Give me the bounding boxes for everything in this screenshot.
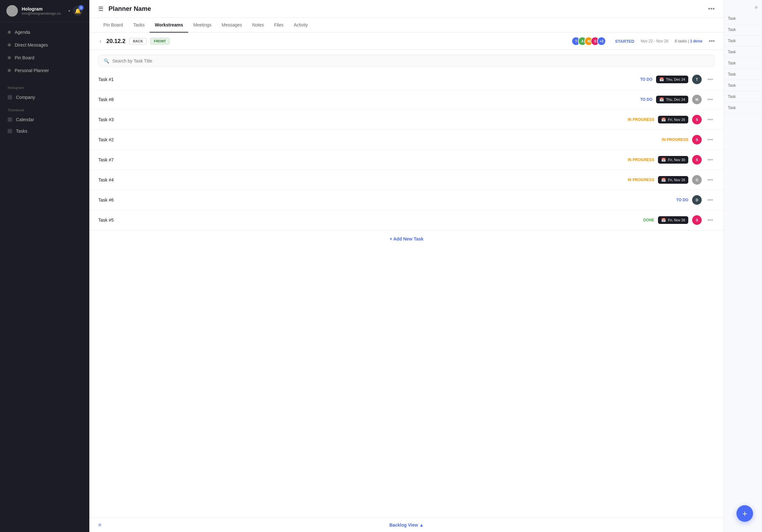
- calendar-icon: 📅: [659, 77, 664, 82]
- calendar-icon: 📅: [659, 97, 664, 102]
- tab-workstreams[interactable]: Workstreams: [150, 18, 188, 33]
- table-row: Task #5 DONE 📅 Fri, Nov 26 S •••: [89, 210, 724, 230]
- task-status: IN PROGRESS: [628, 157, 654, 163]
- section-icon: [8, 129, 12, 133]
- tab-activity[interactable]: Activity: [289, 18, 313, 33]
- task-name: Task #2: [98, 137, 658, 142]
- sidebar-item-agenda[interactable]: Agenda: [0, 26, 89, 38]
- task-more-icon[interactable]: •••: [706, 216, 715, 224]
- task-date: 📅 Thu, Dec 24: [656, 96, 688, 103]
- list-item: Task: [724, 80, 762, 91]
- nav-icon: [8, 69, 11, 72]
- notification-bell[interactable]: 🔔 2: [73, 6, 83, 16]
- user-email: tom@hologramdesign.co: [22, 12, 64, 15]
- nav-icon: [8, 31, 11, 34]
- tab-tasks[interactable]: Tasks: [128, 18, 150, 33]
- task-status: TO DO: [627, 97, 652, 102]
- sprint-tag-front: FRONT: [150, 38, 170, 44]
- sprint-tag-back: BACK: [129, 38, 146, 44]
- table-row: Task #1 TO DO 📅 Thu, Dec 24 T •••: [89, 70, 724, 90]
- task-status: TO DO: [663, 197, 688, 203]
- plus-icon: +: [742, 509, 747, 519]
- task-name: Task #3: [98, 117, 624, 122]
- sidebar-item-direct-messages[interactable]: Direct Messages: [0, 38, 89, 51]
- list-item: Task: [724, 91, 762, 102]
- date-text: Thu, Dec 24: [666, 78, 685, 81]
- task-date: 📅 Fri, Nov 26: [658, 216, 688, 224]
- task-more-icon[interactable]: •••: [706, 115, 715, 124]
- filter-icon[interactable]: ≡: [98, 522, 101, 528]
- sidebar-item-calendar[interactable]: Calendar: [0, 114, 89, 125]
- list-item: Task: [724, 24, 762, 35]
- sidebar-item-tasks[interactable]: Tasks: [0, 125, 89, 137]
- tab-messages[interactable]: Messages: [217, 18, 247, 33]
- sidebar: Hologram tom@hologramdesign.co ▾ 🔔 2 Age…: [0, 0, 89, 532]
- sidebar-item-label: Pin Board: [15, 55, 34, 60]
- tab-pin-board[interactable]: Pin Board: [98, 18, 128, 33]
- tab-meetings[interactable]: Meetings: [188, 18, 217, 33]
- sprint-bar: ‹ 20.12.2 BACK FRONT T A M S +3 STARTED …: [89, 33, 724, 50]
- topbar: ☰ Planner Name •••: [89, 0, 724, 18]
- calendar-icon: 📅: [661, 117, 666, 122]
- nav-icon: [8, 43, 11, 46]
- list-item: Task: [724, 58, 762, 69]
- sidebar-item-personal-planner[interactable]: Personal Planner: [0, 64, 89, 77]
- task-more-icon[interactable]: •••: [706, 136, 715, 144]
- search-container: 🔍: [89, 50, 724, 70]
- avatar-more: +3: [597, 37, 606, 46]
- backlog-view-label: Backlog View ▲: [389, 522, 424, 528]
- task-name: Task #7: [98, 157, 624, 162]
- search-box: 🔍: [98, 55, 715, 67]
- search-input[interactable]: [112, 58, 709, 63]
- date-text: Fri, Nov 26: [668, 178, 685, 182]
- sidebar-item-company[interactable]: Company: [0, 92, 89, 103]
- pin-icon[interactable]: ✳: [754, 4, 758, 11]
- sprint-dates: Nov 22 - Nov 26: [641, 39, 668, 43]
- task-avatar: M: [692, 95, 702, 104]
- task-status: IN PROGRESS: [628, 117, 654, 122]
- chevron-down-icon[interactable]: ▾: [68, 9, 70, 13]
- task-more-icon[interactable]: •••: [706, 196, 715, 204]
- task-name: Task #6: [98, 197, 659, 203]
- backlog-view-button[interactable]: Backlog View ▲: [389, 522, 424, 528]
- task-avatar: S: [692, 115, 702, 124]
- task-status: IN PROGRESS: [662, 137, 688, 143]
- sidebar-header-actions: ▾ 🔔 2: [68, 6, 83, 16]
- task-avatar: S: [692, 155, 702, 165]
- task-status: DONE: [629, 217, 654, 223]
- task-name: Task #1: [98, 77, 623, 82]
- table-row: Task #7 IN PROGRESS 📅 Fri, Nov 30 S •••: [89, 150, 724, 170]
- sidebar-item-label: Agenda: [15, 30, 30, 35]
- date-text: Fri, Nov 26: [668, 118, 685, 121]
- hamburger-icon[interactable]: ☰: [98, 5, 104, 13]
- add-task-button[interactable]: + Add New Task: [89, 230, 724, 247]
- task-avatar: S: [692, 215, 702, 225]
- user-info: Hologram tom@hologramdesign.co: [22, 6, 64, 15]
- fab-add-button[interactable]: +: [736, 505, 753, 522]
- tab-notes[interactable]: Notes: [247, 18, 269, 33]
- task-more-icon[interactable]: •••: [706, 75, 715, 84]
- task-avatar: D: [692, 195, 702, 205]
- sprint-tasks-info: 8 tasks | 1 done: [675, 39, 702, 43]
- task-more-icon[interactable]: •••: [706, 96, 715, 104]
- date-text: Thu, Dec 24: [666, 98, 685, 101]
- tab-files[interactable]: Files: [269, 18, 289, 33]
- sprint-number: 20.12.2: [106, 38, 125, 45]
- task-date: 📅 Fri, Nov 30: [658, 156, 688, 164]
- sidebar-item-pin-board[interactable]: Pin Board: [0, 51, 89, 64]
- sidebar-item-label: Calendar: [16, 117, 34, 122]
- task-date: 📅 Fri, Nov 26: [658, 116, 688, 123]
- sprint-prev-button[interactable]: ‹: [98, 37, 103, 45]
- more-options-icon[interactable]: •••: [708, 5, 715, 13]
- notification-count: 2: [79, 5, 84, 10]
- table-row: Task #4 IN PROGRESS 📅 Fri, Nov 26 G •••: [89, 170, 724, 190]
- task-avatar: T: [692, 75, 702, 84]
- user-avatar: [6, 5, 18, 17]
- task-more-icon[interactable]: •••: [706, 176, 715, 184]
- list-item: Task: [724, 69, 762, 80]
- list-item: Task: [724, 13, 762, 24]
- table-row: Task #3 IN PROGRESS 📅 Fri, Nov 26 S •••: [89, 110, 724, 130]
- task-more-icon[interactable]: •••: [706, 156, 715, 164]
- task-count: 8 tasks: [675, 39, 687, 43]
- sprint-more-icon[interactable]: •••: [709, 38, 715, 45]
